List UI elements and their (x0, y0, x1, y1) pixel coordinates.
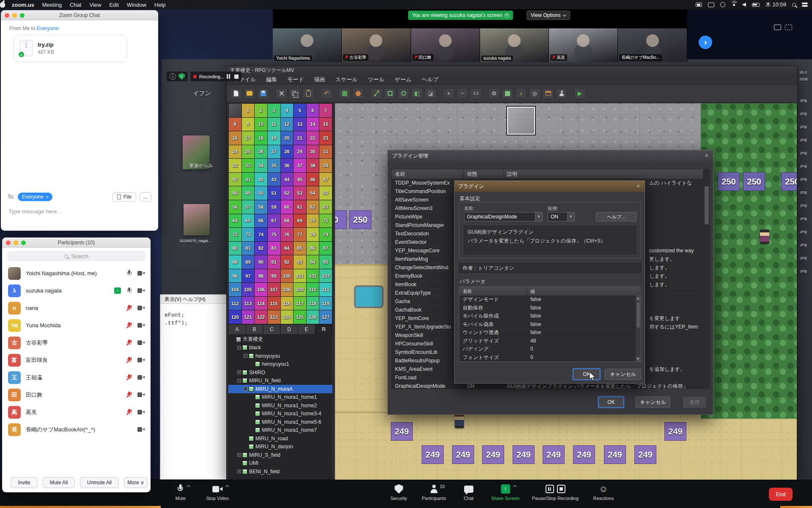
desktop-file-label[interactable]: .png (799, 269, 807, 273)
chevron-up-icon[interactable] (513, 485, 516, 489)
display-icon[interactable] (708, 3, 714, 7)
palette-tile[interactable]: 82 (255, 242, 267, 255)
mic-muted-icon[interactable] (126, 392, 132, 398)
palette-tab-R[interactable]: R (315, 324, 332, 334)
parameter-value[interactable]: 0 (527, 345, 641, 353)
parameter-value[interactable]: false (527, 329, 641, 337)
help-button[interactable]: ヘルプ... (596, 212, 636, 221)
plugin-name[interactable]: BattleResultsPopup (392, 356, 464, 364)
plugin-name-select[interactable]: GraphicalDesignMode▼ (464, 212, 543, 221)
palette-tile[interactable]: 122 (255, 310, 267, 324)
palette-tile[interactable]: 90 (255, 255, 267, 269)
palette-tile[interactable]: 113 (242, 297, 255, 310)
participant-row[interactable]: 古古谷彩季 (2, 334, 151, 351)
tree-item-MIRU_N_mura1_home2[interactable]: MIRU_N_mura1_home2 (228, 401, 332, 410)
menubar-item-meeting[interactable]: Meeting (42, 2, 62, 8)
palette-tile[interactable]: 49 (242, 186, 255, 200)
plugin-name[interactable]: EnemyBook (392, 272, 464, 280)
pause-recording-icon[interactable] (227, 74, 232, 79)
gallery-view-icon[interactable] (774, 25, 781, 30)
palette-tile[interactable]: 73 (242, 228, 255, 241)
parameter-row[interactable]: フォントサイズ0 (459, 353, 641, 362)
view-options-button[interactable]: View Options (527, 11, 570, 20)
plugin-name[interactable]: GraphicalDesignMode (392, 382, 464, 389)
palette-tile[interactable]: 20 (281, 131, 294, 145)
scrollbar[interactable] (704, 169, 710, 389)
scroll-up-icon[interactable]: ▲ (636, 295, 641, 301)
palette-tile[interactable]: 42 (255, 173, 267, 186)
desktop-file-label[interactable]: 2635 (799, 77, 808, 81)
chevron-down-icon[interactable]: ▼ (535, 213, 542, 221)
mic-muted-icon[interactable] (126, 409, 132, 416)
palette-tile[interactable]: 105 (242, 283, 255, 296)
palette-tile[interactable]: 29 (294, 145, 306, 159)
cut-icon[interactable] (275, 88, 287, 99)
desktop-file-label[interactable]: .png (799, 177, 807, 181)
palette-tile[interactable]: 103 (319, 269, 332, 283)
tree-item-MIRU_N_mura1_home5-6[interactable]: MIRU_N_mura1_home5-6 (228, 418, 332, 426)
palette-tile[interactable]: 116 (281, 297, 294, 310)
video-tile[interactable]: 田口舞 (411, 28, 480, 62)
palette-tile[interactable]: 31 (319, 145, 332, 159)
plugin-name[interactable]: TDDP_MouseSystemEx (392, 179, 464, 187)
palette-tile[interactable]: 85 (294, 242, 306, 255)
region-tile-palette[interactable]: 1234567891011121314151617181920212223242… (228, 103, 332, 324)
mute-all-button[interactable]: Mute All (43, 477, 75, 488)
palette-tile[interactable]: 6 (307, 104, 319, 117)
end-meeting-button[interactable]: End (769, 488, 793, 501)
palette-tile[interactable]: 47 (319, 173, 332, 186)
event-mode-icon[interactable] (352, 88, 364, 99)
palette-tile[interactable]: 108 (281, 283, 294, 296)
tree-item-MIRU_N_field[interactable]: −MIRU_N_field (228, 377, 332, 385)
plugin-manager-icon[interactable] (502, 88, 513, 99)
palette-tile[interactable]: 37 (294, 159, 306, 172)
rpg-menu-編集[interactable]: 編集 (266, 76, 277, 83)
plugin-name[interactable]: GachaBook (392, 306, 464, 314)
ok-button[interactable]: OK (598, 397, 624, 408)
palette-tile[interactable]: 51 (268, 186, 280, 200)
desktop-file-label[interactable]: .png (799, 164, 807, 168)
time-machine-icon[interactable] (720, 2, 725, 7)
parameter-row[interactable]: パディング0 (459, 345, 641, 353)
new-project-icon[interactable] (230, 88, 242, 99)
collapse-icon[interactable]: − (244, 387, 247, 391)
rpg-menu-モード[interactable]: モード (287, 76, 304, 83)
parameter-row[interactable]: モバイル版作成false (459, 312, 641, 320)
palette-tab-B[interactable]: B (246, 324, 263, 334)
mic-muted-icon[interactable] (126, 374, 132, 381)
plugin-name[interactable]: YEP_ItemCore (392, 314, 464, 322)
palette-tile[interactable]: 9 (242, 118, 255, 131)
unmute-all-button[interactable]: Unmute All (80, 477, 119, 488)
palette-tile[interactable]: 52 (281, 186, 294, 200)
sound-test-icon[interactable]: ♪ (515, 88, 527, 99)
palette-tile[interactable]: 88 (229, 255, 241, 269)
palette-tile[interactable]: 11 (268, 118, 280, 131)
traffic-lights[interactable] (5, 13, 25, 18)
palette-tile[interactable]: 89 (242, 255, 255, 269)
apply-button[interactable]: 適用 (683, 397, 706, 408)
wifi-icon[interactable] (733, 4, 735, 6)
palette-tile[interactable]: 7 (319, 104, 332, 117)
mic-muted-icon[interactable] (126, 305, 132, 312)
plugin-name[interactable]: ItemNameMsg (392, 255, 464, 263)
camera-icon[interactable] (137, 271, 145, 276)
palette-tile[interactable]: 44 (281, 173, 294, 186)
palette-tile[interactable]: 2 (255, 104, 267, 117)
tree-item-BENI_N_field[interactable]: +BENI_N_field (228, 467, 332, 476)
parameter-value[interactable]: false (527, 320, 641, 329)
participant-row[interactable]: 長長嶋のサブMacBookAir(^_^) (2, 421, 151, 438)
collapse-icon[interactable]: − (244, 354, 247, 358)
invite-button[interactable]: Invite (11, 477, 38, 488)
rpg-menu-描画[interactable]: 描画 (314, 76, 325, 83)
palette-tile[interactable]: 17 (242, 131, 255, 145)
palette-tile[interactable]: 69 (294, 214, 306, 228)
participant-row[interactable]: 田田口舞 (2, 386, 151, 403)
palette-tile[interactable]: 55 (319, 186, 332, 200)
message-input[interactable]: Type message here... (8, 208, 61, 215)
palette-tile[interactable]: 36 (281, 159, 294, 172)
plugin-name[interactable]: HPConsumeSkill (392, 340, 464, 348)
palette-tile[interactable]: 96 (229, 269, 241, 283)
zoom-actual-icon[interactable]: 1:1 (470, 88, 482, 99)
parameter-row[interactable]: デザインモードfalse (459, 295, 641, 304)
palette-tile[interactable]: 112 (229, 297, 241, 310)
